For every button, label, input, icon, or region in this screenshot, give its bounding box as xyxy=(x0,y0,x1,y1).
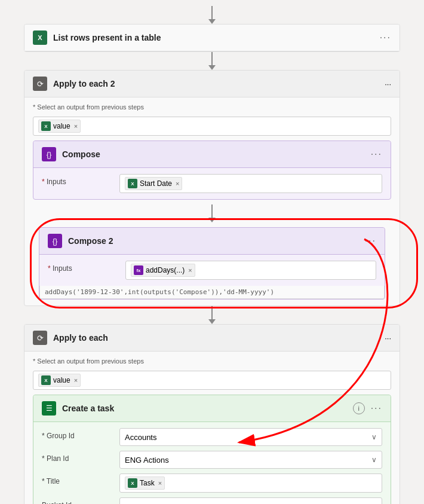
value-tag-label2: value xyxy=(53,122,70,130)
compose2-more-button[interactable]: ··· xyxy=(365,236,376,246)
compose2-title: Compose 2 xyxy=(68,236,359,246)
compose2-inputs-field[interactable]: fx addDays(...) × xyxy=(125,261,376,280)
title-row: * Title X Task × xyxy=(42,474,382,493)
value-tag-input2[interactable]: X value × xyxy=(33,117,391,136)
compose-title: Compose xyxy=(62,149,365,159)
excel-tag-icon: X xyxy=(41,375,51,385)
compose-icon: {} xyxy=(42,147,56,161)
compose-block: {} Compose ··· Inputs X Start Date × xyxy=(33,140,391,200)
list-rows-more-button[interactable]: ··· xyxy=(380,32,391,43)
compose2-wrapper: {} Compose 2 ··· Inputs fx addDays(...) xyxy=(39,227,385,300)
compose2-icon: {} xyxy=(48,234,62,248)
apply-each-block: ⟳ Apply to each ··· * Select an output f… xyxy=(24,324,400,504)
value-tag-close[interactable]: × xyxy=(74,377,78,384)
apply-each-header: ⟳ Apply to each ··· xyxy=(24,325,400,352)
compose-more-button[interactable]: ··· xyxy=(371,149,382,160)
info-icon[interactable]: i xyxy=(353,402,365,414)
title-field[interactable]: X Task × xyxy=(119,474,382,493)
compose-inputs-label: Inputs xyxy=(42,174,113,186)
group-id-select[interactable]: Accounts ∨ xyxy=(119,428,382,446)
create-task-more-button[interactable]: ··· xyxy=(371,403,382,414)
excel-icon: X xyxy=(33,30,47,45)
apply-each2-body: * Select an output from previous steps X… xyxy=(24,97,400,306)
fx-close[interactable]: × xyxy=(188,267,192,274)
start-date-excel-icon: X xyxy=(128,179,137,188)
excel-tag-icon2: X xyxy=(41,121,51,131)
value-tag2: X value × xyxy=(38,120,81,133)
create-task-header: ☰ Create a task i ··· xyxy=(33,395,391,422)
fx-tag: fx addDays(...) × xyxy=(131,264,195,277)
list-rows-block: X List rows present in a table ··· xyxy=(24,24,400,52)
compose-inputs-row: Inputs X Start Date × xyxy=(42,174,382,193)
create-task-title: Create a task xyxy=(62,404,347,413)
compose2-inputs-row: Inputs fx addDays(...) × xyxy=(48,261,376,280)
loop-icon: ⟳ xyxy=(33,331,47,345)
fx-label: addDays(...) xyxy=(146,266,185,274)
plan-id-row: * Plan Id ENG Actions ∨ xyxy=(42,451,382,469)
apply-each2-more-button[interactable]: ··· xyxy=(385,80,391,88)
group-id-row: * Group Id Accounts ∨ xyxy=(42,428,382,446)
bucket-id-value: Standard xyxy=(125,502,156,505)
plan-id-chevron-icon: ∨ xyxy=(371,456,377,464)
connector-1 xyxy=(208,52,216,70)
compose-body: Inputs X Start Date × xyxy=(33,168,391,199)
group-id-value: Accounts xyxy=(125,433,156,442)
start-date-tag: X Start Date × xyxy=(125,177,182,190)
bucket-id-label: Bucket Id xyxy=(42,497,113,504)
apply-each2-block: ⟳ Apply to each 2 ··· * Select an output… xyxy=(24,70,400,306)
plan-id-label: * Plan Id xyxy=(42,451,113,463)
compose-inputs-field[interactable]: X Start Date × xyxy=(119,174,382,193)
task-icon: ☰ xyxy=(42,401,56,416)
plan-id-value: ENG Actions xyxy=(125,456,169,465)
connector-2 xyxy=(208,306,216,324)
start-date-close[interactable]: × xyxy=(176,180,179,187)
apply-each2-title: Apply to each 2 xyxy=(53,79,379,88)
select-output-label2: * Select an output from previous steps xyxy=(33,103,391,111)
compose-header: {} Compose ··· xyxy=(33,141,391,168)
apply-each2-header: ⟳ Apply to each 2 ··· xyxy=(24,71,400,97)
title-label: * Title xyxy=(42,474,113,485)
group-id-label: * Group Id xyxy=(42,428,113,440)
value-tag-input[interactable]: X value × xyxy=(33,371,391,390)
apply-each-body: * Select an output from previous steps X… xyxy=(24,352,400,504)
group-id-chevron-icon: ∨ xyxy=(371,433,377,441)
compose2-header: {} Compose 2 ··· xyxy=(39,228,385,255)
value-tag-label: value xyxy=(53,376,70,384)
task-title-tag: X Task × xyxy=(125,476,165,490)
list-rows-header: X List rows present in a table ··· xyxy=(24,25,400,51)
compose2-block: {} Compose 2 ··· Inputs fx addDays(...) xyxy=(39,227,385,300)
bucket-id-row: Bucket Id Standard ∨ xyxy=(42,497,382,504)
bucket-id-select[interactable]: Standard ∨ xyxy=(119,497,382,504)
task-title-label: Task xyxy=(140,479,155,487)
create-task-block: ☰ Create a task i ··· * Group Id Account… xyxy=(33,395,391,504)
list-rows-title: List rows present in a table xyxy=(53,33,374,42)
task-title-close[interactable]: × xyxy=(158,479,162,487)
loop2-icon: ⟳ xyxy=(33,77,47,91)
task-title-excel-icon: X xyxy=(128,478,137,488)
connector-compose xyxy=(33,204,391,222)
start-date-label: Start Date xyxy=(140,179,172,188)
apply-each-more-button[interactable]: ··· xyxy=(385,334,391,343)
plan-id-select[interactable]: ENG Actions ∨ xyxy=(119,451,382,469)
create-task-body: * Group Id Accounts ∨ * Plan Id ENG Acti… xyxy=(33,422,391,504)
fx-icon: fx xyxy=(134,265,143,275)
formula-bar: addDays('1899-12-30',int(outputs('Compos… xyxy=(39,286,385,299)
value-tag-close2[interactable]: × xyxy=(74,123,78,130)
compose2-inputs-label: Inputs xyxy=(48,261,119,273)
value-tag: X value × xyxy=(38,374,81,387)
select-output-label: * Select an output from previous steps xyxy=(33,358,391,365)
compose2-body: Inputs fx addDays(...) × xyxy=(39,255,385,286)
top-connector xyxy=(208,6,216,24)
apply-each-title: Apply to each xyxy=(53,333,379,343)
